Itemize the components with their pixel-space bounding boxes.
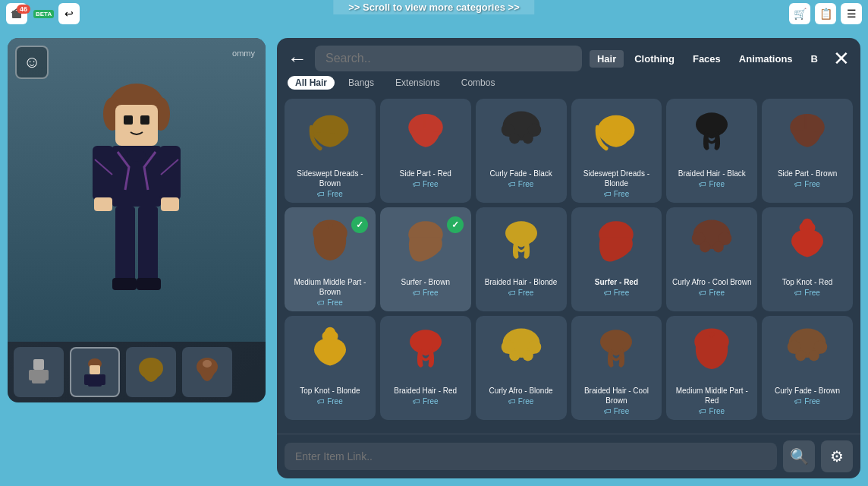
item-price-6: 🏷Free — [794, 180, 820, 188]
avatar-view: ☺ ommy — [8, 38, 266, 342]
zoom-button[interactable]: 🔍 — [783, 440, 815, 472]
thumb-3[interactable] — [126, 347, 176, 397]
item-name-2: Side Part - Red — [400, 169, 451, 178]
item-name-10: Surfer - Red — [595, 277, 638, 287]
sub-tab-extensions[interactable]: Extensions — [388, 76, 448, 90]
grid-item-6[interactable]: Side Part - Brown🏷Free — [762, 99, 853, 203]
thumb-2[interactable] — [70, 347, 120, 397]
item-price-8: 🏷Free — [413, 289, 439, 297]
price-label-10: Free — [614, 289, 630, 297]
thumb-1[interactable] — [14, 347, 64, 397]
item-price-10: 🏷Free — [604, 289, 630, 297]
grid-item-12[interactable]: Top Knot - Red🏷Free — [762, 207, 853, 311]
grid-item-15[interactable]: Curly Afro - Blonde🏷Free — [476, 316, 567, 420]
grid-item-16[interactable]: Braided Hair - Cool Brown🏷Free — [571, 316, 662, 420]
grid-item-1[interactable]: Sideswept Dreads - Brown🏷Free — [285, 99, 376, 203]
item-preview-17 — [671, 322, 753, 383]
price-label-18: Free — [804, 397, 820, 406]
price-tag-icon-16: 🏷 — [604, 407, 612, 415]
svg-point-52 — [802, 219, 813, 229]
grid-item-8[interactable]: ✓Surfer - Brown🏷Free — [380, 207, 471, 311]
item-price-9: 🏷Free — [508, 289, 534, 297]
tab-b[interactable]: B — [804, 50, 826, 68]
item-price-5: 🏷Free — [699, 180, 725, 188]
grid-item-7[interactable]: ✓Medium Middle Part - Brown🏷Free — [285, 207, 376, 311]
grid-item-4[interactable]: Sideswept Dreads - Blonde🏷Free — [571, 99, 662, 203]
item-link-input[interactable] — [285, 443, 777, 470]
grid-item-3[interactable]: Curly Fade - Black🏷Free — [476, 99, 567, 203]
svg-point-37 — [522, 133, 533, 144]
price-label-4: Free — [614, 190, 630, 198]
item-preview-8: ✓ — [385, 213, 467, 274]
svg-point-44 — [505, 221, 537, 245]
grid-item-2[interactable]: Side Part - Red🏷Free — [380, 99, 471, 203]
svg-rect-13 — [161, 197, 179, 211]
price-tag-icon-17: 🏷 — [699, 407, 706, 415]
catalog-panel: ← Hair Clothing Faces Animations B ✕ All… — [277, 38, 860, 478]
item-preview-1 — [289, 105, 371, 166]
thumb-icon-3 — [134, 355, 168, 390]
item-preview-2 — [385, 105, 467, 166]
item-name-13: Top Knot - Blonde — [300, 386, 360, 396]
item-preview-3 — [480, 105, 562, 166]
price-label-9: Free — [518, 289, 534, 297]
close-button[interactable]: ✕ — [833, 49, 850, 68]
svg-point-50 — [713, 241, 724, 252]
tab-faces[interactable]: Faces — [685, 50, 728, 68]
price-label-2: Free — [423, 180, 439, 188]
svg-rect-41 — [805, 115, 808, 129]
price-tag-icon-11: 🏷 — [699, 289, 706, 297]
settings-button[interactable]: ⚙ — [821, 440, 853, 472]
search-input[interactable] — [315, 46, 582, 71]
svg-point-68 — [795, 350, 806, 361]
svg-rect-14 — [115, 207, 135, 282]
price-label-1: Free — [327, 190, 343, 198]
svg-rect-21 — [44, 370, 49, 380]
grid-item-14[interactable]: Braided Hair - Red🏷Free — [380, 316, 471, 420]
grid-item-5[interactable]: Braided Hair - Black🏷Free — [666, 99, 757, 203]
thumb-icon-1 — [21, 355, 56, 390]
sub-tab-all-hair[interactable]: All Hair — [288, 76, 335, 90]
tab-clothing[interactable]: Clothing — [627, 50, 682, 68]
history-icon[interactable]: ↩ — [58, 3, 80, 24]
grid-item-18[interactable]: Curly Fade - Brown🏷Free — [762, 316, 853, 420]
grid-item-13[interactable]: Top Knot - Blonde🏷Free — [285, 316, 376, 420]
price-tag-icon-8: 🏷 — [413, 289, 420, 297]
tab-animations[interactable]: Animations — [731, 50, 800, 68]
tab-hair[interactable]: Hair — [590, 50, 624, 68]
check-badge-8: ✓ — [447, 216, 464, 233]
price-label-8: Free — [423, 289, 439, 297]
price-label-16: Free — [614, 407, 630, 415]
grid-item-9[interactable]: Braided Hair - Blonde🏷Free — [476, 207, 567, 311]
price-label-3: Free — [518, 180, 534, 188]
beta-badge: BETA — [33, 10, 54, 18]
item-price-16: 🏷Free — [604, 407, 630, 415]
item-price-17: 🏷Free — [699, 407, 725, 415]
menu-icon[interactable]: ☰ — [841, 3, 862, 24]
sub-tab-combos[interactable]: Combos — [454, 76, 503, 90]
price-tag-icon-9: 🏷 — [508, 289, 516, 297]
grid-item-11[interactable]: Curly Afro - Cool Brown🏷Free — [666, 207, 757, 311]
svg-rect-19 — [32, 370, 46, 383]
svg-rect-5 — [115, 105, 158, 146]
back-button[interactable]: ← — [288, 49, 307, 68]
price-label-15: Free — [518, 397, 534, 406]
price-label-13: Free — [327, 397, 343, 406]
item-preview-7: ✓ — [289, 213, 371, 274]
svg-point-63 — [600, 330, 632, 354]
clipboard-icon[interactable]: 📋 — [815, 3, 836, 24]
thumb-4[interactable] — [182, 347, 232, 397]
sub-tab-bangs[interactable]: Bangs — [341, 76, 382, 90]
svg-rect-20 — [29, 370, 33, 380]
avatar-figure — [61, 68, 212, 311]
grid-item-10[interactable]: Surfer - Red🏷Free — [571, 207, 662, 311]
check-badge-7: ✓ — [351, 216, 368, 233]
item-price-14: 🏷Free — [413, 397, 439, 406]
cart-icon[interactable]: 🛒 — [789, 3, 810, 24]
scroll-banner: >> Scroll to view more categories >> — [333, 0, 534, 14]
face-camera-icon[interactable]: ☺ — [15, 46, 49, 79]
svg-rect-32 — [423, 115, 426, 129]
item-name-1: Sideswept Dreads - Brown — [289, 169, 371, 188]
grid-item-17[interactable]: Medium Middle Part - Red🏷Free — [666, 316, 757, 420]
item-name-16: Braided Hair - Cool Brown — [576, 386, 658, 406]
